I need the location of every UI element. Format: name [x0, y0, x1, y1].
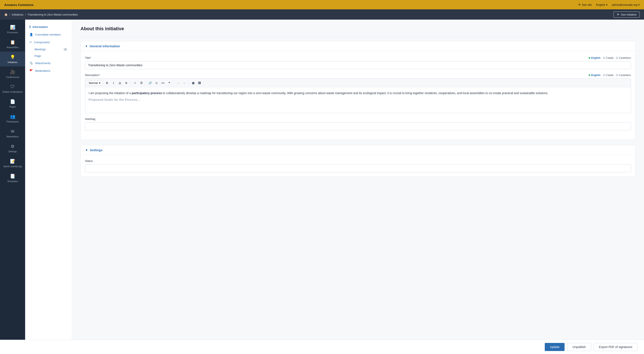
main-layout: 📊 Processes 📋 Assemblies 💡 Initiatives 🎥… — [0, 20, 644, 340]
sec-sidebar-item-information[interactable]: ℹ Information — [25, 23, 72, 31]
toolbar-separator — [130, 81, 131, 85]
lang-radio4 — [616, 74, 618, 76]
global-moderations-icon: 🛡 — [10, 84, 15, 89]
processes-icon: 📊 — [10, 25, 15, 30]
export-pdf-button[interactable]: Export PDF of signatures — [594, 343, 638, 351]
settings-icon: ⚙ — [11, 144, 14, 149]
lang-radio — [603, 57, 605, 59]
sidebar-item-admin-activity-log[interactable]: 📝 Admin activity log — [0, 156, 25, 170]
admin-activity-log-icon: 📝 — [10, 159, 15, 164]
general-information-header[interactable]: ▼ General information — [81, 41, 635, 51]
sec-sidebar-item-attachments[interactable]: 📎 Attachments — [25, 59, 72, 67]
bottom-bar: Update Unpublish Export PDF of signature… — [0, 340, 644, 354]
toolbar-separator3 — [174, 81, 174, 85]
sidebar-item-templates[interactable]: 📑 Templates — [0, 170, 25, 186]
toolbar-separator4 — [189, 81, 189, 85]
unordered-list-button[interactable]: ☰ — [138, 80, 144, 86]
format-selector[interactable]: Normal ▾ — [87, 80, 102, 86]
bold-button[interactable]: B — [104, 80, 110, 86]
breadcrumb: 🏠 / Initiatives / Transitioning to Zero-… — [4, 13, 78, 16]
breadcrumb-bar: 🏠 / Initiatives / Transitioning to Zero-… — [0, 9, 644, 20]
ordered-list-button[interactable]: ≡ — [132, 80, 138, 86]
sec-sidebar-sub-meetings[interactable]: Meetings 0 — [25, 46, 72, 52]
hashtag-label: Hashtag — [85, 117, 631, 120]
sidebar-item-settings[interactable]: ⚙ Settings — [0, 141, 25, 156]
sec-sidebar-sub-page[interactable]: Page — [25, 52, 72, 59]
main-content: About this initiative ▼ General informat… — [72, 20, 644, 340]
initiatives-breadcrumb-link[interactable]: Initiatives — [12, 13, 24, 16]
status-area: Status — [81, 155, 635, 176]
description-lang-switcher: English Català Castellano — [589, 74, 631, 77]
image-button[interactable]: 🖼 — [196, 80, 202, 86]
language-selector[interactable]: English ▾ — [596, 3, 608, 6]
lang-option-catala-title[interactable]: Català — [603, 56, 614, 60]
chevron-icon2: ▼ — [85, 148, 88, 152]
newsletters-icon: ✉ — [11, 129, 14, 134]
indent-left-button[interactable]: ← — [182, 80, 188, 86]
active-lang-dot2 — [589, 74, 590, 76]
settings-header[interactable]: ▼ Settings — [81, 145, 635, 155]
lang-option-english-desc[interactable]: English — [589, 74, 600, 77]
chevron-down-icon: ▾ — [99, 81, 100, 84]
sidebar-item-initiatives[interactable]: 💡 Initiatives — [0, 52, 25, 66]
left-sidebar: 📊 Processes 📋 Assemblies 💡 Initiatives 🎥… — [0, 20, 25, 340]
description-row: Description* English Català — [85, 74, 631, 113]
description-label-row: Description* English Català — [85, 74, 631, 77]
blockquote-button[interactable]: ❝ — [166, 80, 172, 86]
description-content[interactable]: I am proposing the initiation of a parti… — [85, 87, 631, 113]
code-button[interactable]: <> — [160, 80, 166, 86]
lang-option-castellano-title[interactable]: Castellano — [616, 56, 631, 60]
lang-option-english-title[interactable]: English — [589, 56, 600, 60]
site-name: Annares Commons — [4, 3, 34, 6]
chevron-icon: ▼ — [85, 44, 88, 48]
see-initiative-button[interactable]: 👁 See initiative — [614, 12, 640, 18]
sidebar-item-participants[interactable]: 👥 Participants — [0, 111, 25, 126]
status-input[interactable] — [85, 164, 631, 172]
sec-sidebar-item-components[interactable]: ✂ Components — [25, 38, 72, 46]
unpublish-button[interactable]: Unpublish — [567, 343, 591, 351]
title-input[interactable] — [85, 61, 631, 69]
home-link[interactable]: 🏠 — [4, 13, 8, 16]
unlink-button[interactable]: ◇ — [154, 80, 160, 86]
sec-sidebar-item-moderations[interactable]: 🚩 Moderations — [25, 67, 72, 74]
top-bar: Annares Commons 👁 See site English ▾ adm… — [0, 0, 644, 9]
sidebar-item-newsletters[interactable]: ✉ Newsletters — [0, 126, 25, 141]
hashtag-input[interactable] — [85, 122, 631, 130]
initiatives-icon: 💡 — [10, 54, 15, 60]
title-lang-switcher: English Català Castellano — [589, 56, 631, 60]
sec-sidebar-item-committee-members[interactable]: 👤 Committee members — [25, 31, 72, 38]
admin-menu[interactable]: admin@example.org ▾ — [612, 3, 640, 6]
sidebar-item-processes[interactable]: 📊 Processes — [0, 22, 25, 37]
lang-option-castellano-desc[interactable]: Castellano — [616, 74, 631, 77]
see-site-link[interactable]: 👁 See site — [578, 3, 592, 6]
description-rich-editor: Normal ▾ B I U S ≡ ☰ 🔗 ◇ — [85, 78, 631, 113]
components-icon: ✂ — [30, 40, 32, 44]
indent-right-button[interactable]: → — [175, 80, 181, 86]
page-title: About this initiative — [80, 26, 636, 32]
link-button[interactable]: 🔗 — [147, 80, 153, 86]
attachments-icon: 📎 — [30, 61, 33, 65]
sidebar-item-pages[interactable]: 📄 Pages — [0, 96, 25, 111]
sidebar-item-global-moderations[interactable]: 🛡 Global moderations — [0, 81, 25, 96]
sidebar-item-conferences[interactable]: 🎥 Conferences — [0, 66, 25, 81]
status-label: Status — [85, 159, 631, 162]
meetings-badge: 0 — [63, 48, 68, 51]
title-label-row: Title* English Català — [85, 56, 631, 60]
lang-option-catala-desc[interactable]: Català — [603, 74, 614, 77]
hashtag-row: Hashtag — [85, 117, 631, 130]
committee-members-icon: 👤 — [30, 33, 33, 36]
embed-button[interactable]: ▣ — [190, 80, 196, 86]
general-information-section: ▼ General information Title* English — [80, 41, 636, 140]
breadcrumb-current: Transitioning to Zero-Waste communities — [28, 13, 78, 16]
eye-icon: 👁 — [617, 13, 620, 16]
italic-button[interactable]: I — [110, 80, 116, 86]
underline-button[interactable]: U — [117, 80, 123, 86]
top-bar-right: 👁 See site English ▾ admin@example.org ▾ — [578, 3, 640, 6]
sidebar-item-assemblies[interactable]: 📋 Assemblies — [0, 37, 25, 52]
update-button[interactable]: Update — [545, 343, 564, 351]
conferences-icon: 🎥 — [10, 70, 15, 74]
active-lang-dot — [589, 57, 590, 59]
toolbar-separator2 — [146, 81, 146, 85]
lang-radio3 — [603, 74, 605, 76]
strikethrough-button[interactable]: S — [123, 80, 129, 86]
